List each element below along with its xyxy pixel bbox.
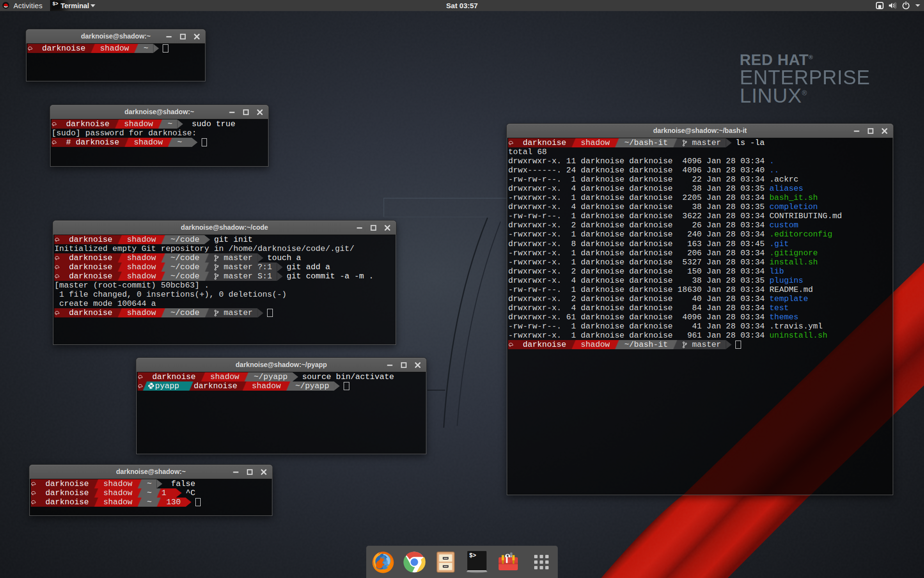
- svg-text:$>: $>: [469, 552, 476, 559]
